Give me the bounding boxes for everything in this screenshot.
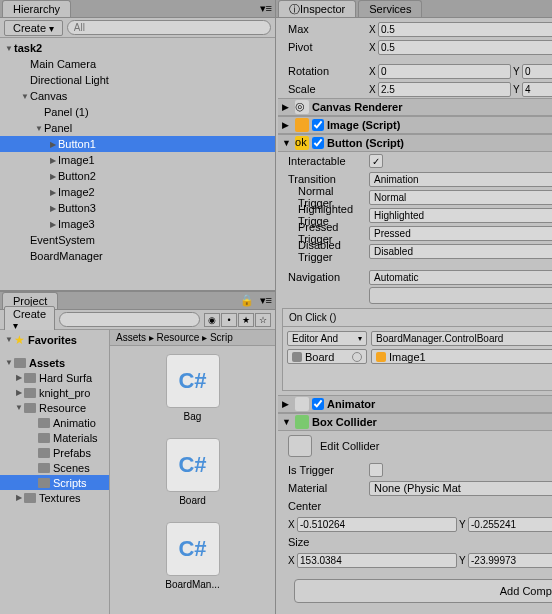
hierarchy-item-boardmanager[interactable]: BoardManager [0, 248, 275, 264]
inspector-tab[interactable]: ⓘ Inspector [278, 0, 356, 17]
onclick-method-dropdown[interactable]: BoardManager.ControlBoard [371, 331, 552, 346]
hierarchy-create-dropdown[interactable]: Create ▾ [4, 20, 63, 36]
project-knight[interactable]: ▶knight_pro [0, 385, 109, 400]
hierarchy-item-image3[interactable]: ▶Image3 [0, 216, 275, 232]
project-favorites[interactable]: ▼★Favorites [0, 332, 109, 347]
add-component-button[interactable]: Add Component [294, 579, 552, 603]
folder-icon [24, 403, 36, 413]
hierarchy-item-canvas[interactable]: ▼Canvas [0, 88, 275, 104]
collapse-arrow-icon[interactable]: ▼ [282, 417, 292, 427]
project-hardsurfa[interactable]: ▶Hard Surfa [0, 370, 109, 385]
collapse-arrow-icon[interactable]: ▶ [282, 120, 292, 130]
hierarchy-item-button2[interactable]: ▶Button2 [0, 168, 275, 184]
onclick-target-field[interactable]: Board [287, 349, 367, 364]
button-component[interactable]: ▼okButton (Script)?⚙ [278, 134, 552, 152]
interactable-checkbox[interactable] [369, 154, 383, 168]
save-filter-icon[interactable]: ☆ [255, 313, 271, 327]
edit-collider-toggle[interactable] [288, 435, 312, 457]
button-enabled-checkbox[interactable] [312, 137, 324, 149]
istrigger-checkbox[interactable] [369, 463, 383, 477]
expand-arrow-icon[interactable]: ▼ [4, 43, 14, 53]
hierarchy-item-panel[interactable]: ▼Panel [0, 120, 275, 136]
collapse-arrow-icon[interactable]: ▶ [282, 399, 292, 409]
hierarchy-item-button3[interactable]: ▶Button3 [0, 200, 275, 216]
project-prefabs[interactable]: Prefabs [0, 445, 109, 460]
hierarchy-menu-icon[interactable]: ▾≡ [257, 2, 275, 15]
hierarchy-item-image1[interactable]: ▶Image1 [0, 152, 275, 168]
visualize-button[interactable]: Visualize [369, 287, 552, 304]
onclick-arg-field[interactable]: Image1 [371, 349, 552, 364]
animator-enabled-checkbox[interactable] [312, 398, 324, 410]
pressed-trigger-input[interactable] [369, 226, 552, 241]
hierarchy-item-image2[interactable]: ▶Image2 [0, 184, 275, 200]
filter-label-icon[interactable]: ★ [238, 313, 254, 327]
normal-trigger-input[interactable] [369, 190, 552, 205]
animator-component[interactable]: ▶Animator?⚙ [278, 395, 552, 413]
expand-arrow-icon[interactable]: ▶ [48, 203, 58, 213]
rot-y-input[interactable] [522, 64, 552, 79]
image-enabled-checkbox[interactable] [312, 119, 324, 131]
interactable-label: Interactable [280, 155, 365, 167]
scale-x-input[interactable] [378, 82, 511, 97]
expand-arrow-icon[interactable]: ▼ [20, 91, 30, 101]
hierarchy-tab[interactable]: Hierarchy [2, 0, 71, 17]
project-search-input[interactable] [59, 312, 200, 327]
expand-arrow-icon[interactable]: ▶ [48, 219, 58, 229]
csharp-icon: C# [166, 522, 220, 576]
onclick-runtime-dropdown[interactable]: Editor And [287, 331, 367, 346]
file-boardman[interactable]: C#BoardMan... [165, 522, 219, 590]
object-icon [292, 352, 302, 362]
lock-icon[interactable]: 🔒 [237, 294, 257, 307]
rot-x-input[interactable] [378, 64, 511, 79]
folder-icon [38, 418, 50, 428]
project-resource[interactable]: ▼Resource [0, 400, 109, 415]
pivot-x-input[interactable] [378, 40, 552, 55]
project-textures[interactable]: ▶Textures [0, 490, 109, 505]
expand-arrow-icon[interactable]: ▶ [48, 187, 58, 197]
image-component[interactable]: ▶Image (Script)?⚙ [278, 116, 552, 134]
project-scenes[interactable]: Scenes [0, 460, 109, 475]
project-animatic[interactable]: Animatio [0, 415, 109, 430]
max-x-input[interactable] [378, 22, 552, 37]
object-picker-icon[interactable] [352, 352, 362, 362]
file-board[interactable]: C#Board [166, 438, 220, 506]
disabled-trigger-input[interactable] [369, 244, 552, 259]
breadcrumb[interactable]: Assets ▸ Resource ▸ Scrip [110, 330, 275, 346]
center-x-input[interactable] [297, 517, 457, 532]
file-bag[interactable]: C#Bag [166, 354, 220, 422]
project-scripts[interactable]: Scripts [0, 475, 109, 490]
hierarchy-item-maincamera[interactable]: Main Camera [0, 56, 275, 72]
canvas-renderer-component[interactable]: ▶◎Canvas Renderer?⚙ [278, 98, 552, 116]
expand-arrow-icon[interactable]: ▶ [48, 155, 58, 165]
pivot-label: Pivot [280, 41, 365, 53]
expand-arrow-icon[interactable]: ▶ [48, 139, 58, 149]
filter-type-icon[interactable]: • [221, 313, 237, 327]
boxcollider-component[interactable]: ▼Box Collider?⚙ [278, 413, 552, 431]
highlighted-trigger-input[interactable] [369, 208, 552, 223]
transition-dropdown[interactable]: Animation [369, 172, 552, 187]
filter-icon[interactable]: ◉ [204, 313, 220, 327]
project-tree: ▼★Favorites ▼Assets ▶Hard Surfa ▶knight_… [0, 330, 110, 614]
size-y-input[interactable] [468, 553, 552, 568]
material-field[interactable]: None (Physic Mat [369, 481, 552, 496]
project-materials[interactable]: Materials [0, 430, 109, 445]
navigation-dropdown[interactable]: Automatic [369, 270, 552, 285]
collapse-arrow-icon[interactable]: ▼ [282, 138, 292, 148]
hierarchy-item-task2[interactable]: ▼task2 [0, 40, 275, 56]
expand-arrow-icon[interactable]: ▶ [48, 171, 58, 181]
center-y-input[interactable] [468, 517, 552, 532]
services-tab[interactable]: Services [358, 0, 422, 17]
max-label: Max [280, 23, 365, 35]
size-x-input[interactable] [297, 553, 457, 568]
expand-arrow-icon[interactable]: ▼ [34, 123, 44, 133]
collapse-arrow-icon[interactable]: ▶ [282, 102, 292, 112]
project-assets[interactable]: ▼Assets [0, 355, 109, 370]
hierarchy-item-button1[interactable]: ▶Button1 [0, 136, 275, 152]
hierarchy-item-panel1[interactable]: Panel (1) [0, 104, 275, 120]
hierarchy-item-eventsystem[interactable]: EventSystem [0, 232, 275, 248]
hierarchy-search-input[interactable] [67, 20, 271, 35]
scale-y-input[interactable] [522, 82, 552, 97]
project-create-dropdown[interactable]: Create ▾ [4, 306, 55, 333]
project-menu-icon[interactable]: ▾≡ [257, 294, 275, 307]
hierarchy-item-light[interactable]: Directional Light [0, 72, 275, 88]
